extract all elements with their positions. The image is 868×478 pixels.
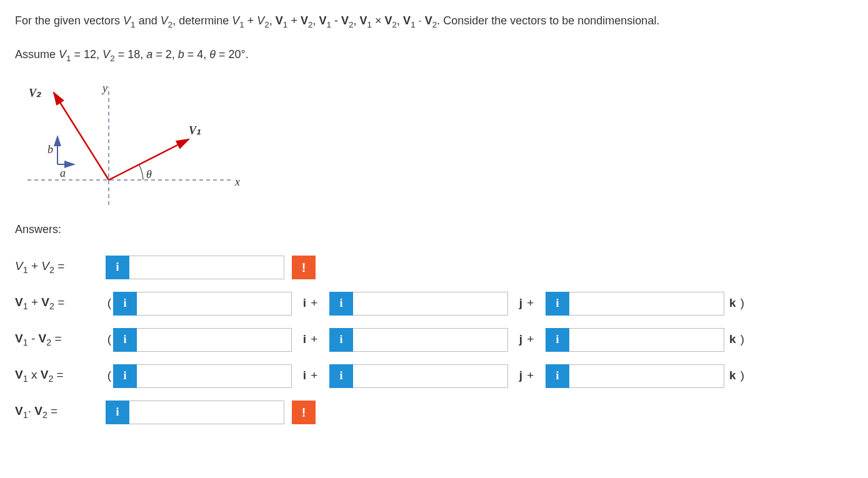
answer-input[interactable] (129, 401, 284, 424)
info-icon[interactable]: i (546, 364, 569, 388)
expr-cross-vec: V (360, 14, 367, 27)
info-icon[interactable]: i (329, 292, 353, 316)
j-plus-label: j + (508, 294, 546, 312)
expr-dot-vec: V (403, 14, 411, 27)
text-part: , determine (172, 14, 232, 27)
v1-label: V₁ (189, 122, 201, 139)
warning-icon[interactable]: ! (292, 401, 316, 424)
theta-label: θ (146, 166, 152, 183)
answer-input-k[interactable] (569, 364, 724, 388)
answer-input-j[interactable] (353, 328, 508, 352)
info-icon[interactable]: i (113, 364, 137, 388)
input-group: i (329, 364, 508, 388)
answer-input-j[interactable] (353, 292, 508, 316)
text-part: . Consider the vectors to be nondimensio… (437, 14, 659, 27)
b-label: b (47, 141, 53, 158)
input-group: i (106, 256, 284, 279)
period: . (246, 48, 249, 61)
answers-heading: Answers: (15, 221, 853, 238)
v2-symbol: V (161, 14, 168, 27)
vector-figure: y x V₁ V₂ θ b a (15, 80, 246, 211)
x-axis-label: x (235, 174, 240, 191)
row-label: V1 + V2 = (15, 294, 106, 313)
problem-statement: For the given vectors V1 and V2, determi… (15, 12, 853, 31)
answer-input[interactable] (129, 256, 284, 279)
answer-rows: V1 + V2 = i ! V1 + V2 = ( i i + i j + i … (15, 256, 853, 424)
assume-prefix: Assume (15, 48, 59, 61)
text-part: For the given vectors (15, 14, 123, 27)
row-label: V1· V2 = (15, 402, 106, 422)
i-plus-label: i + (292, 294, 329, 312)
j-plus-label: j + (508, 367, 546, 385)
info-icon[interactable]: i (546, 328, 569, 352)
v1-symbol: V (123, 14, 131, 27)
open-paren: ( (106, 331, 113, 349)
info-icon[interactable]: i (329, 364, 353, 388)
row-diff-vector: V1 - V2 = ( i i + i j + i k ) (15, 328, 853, 352)
row-cross-vector: V1 x V2 = ( i i + i j + i k ) (15, 364, 853, 388)
answer-input-i[interactable] (137, 292, 292, 316)
j-plus-label: j + (508, 331, 546, 349)
row-dot-scalar: V1· V2 = i ! (15, 401, 853, 424)
input-group: i (106, 401, 284, 424)
open-paren: ( (106, 367, 113, 385)
v1-sub: 1 (131, 20, 136, 29)
k-close-label: k ) (724, 331, 754, 349)
v2-label: V₂ (29, 85, 41, 102)
row-label: V1 + V2 = (15, 257, 106, 277)
assume-line: Assume V1 = 12, V2 = 18, a = 2, b = 4, θ… (15, 46, 853, 65)
input-group: i (329, 292, 508, 316)
expr-diff-vec: V (319, 14, 326, 27)
input-group: i (546, 292, 724, 316)
answer-input-j[interactable] (353, 364, 508, 388)
k-close-label: k ) (724, 294, 754, 312)
row-sum-vector: V1 + V2 = ( i i + i j + i k ) (15, 292, 853, 316)
i-plus-label: i + (292, 367, 329, 385)
answer-input-i[interactable] (137, 328, 292, 352)
input-group: i (113, 364, 292, 388)
info-icon[interactable]: i (113, 292, 137, 316)
y-axis-label: y (102, 80, 107, 97)
info-icon[interactable]: i (113, 328, 137, 352)
i-plus-label: i + (292, 331, 329, 349)
info-icon[interactable]: i (546, 292, 569, 316)
input-group: i (113, 328, 292, 352)
answer-input-k[interactable] (569, 328, 724, 352)
a-label: a (60, 165, 66, 182)
row-label: V1 - V2 = (15, 330, 106, 349)
open-paren: ( (106, 294, 113, 312)
row-sum-magnitude: V1 + V2 = i ! (15, 256, 853, 279)
input-group: i (546, 328, 724, 352)
input-group: i (546, 364, 724, 388)
info-icon[interactable]: i (106, 256, 129, 279)
input-group: i (113, 292, 292, 316)
input-group: i (329, 328, 508, 352)
expr-sum-mag: V (232, 14, 239, 27)
info-icon[interactable]: i (329, 328, 353, 352)
text-part: and (139, 14, 161, 27)
answer-input-i[interactable] (137, 364, 292, 388)
row-label: V1 x V2 = (15, 366, 106, 386)
expr-sum-vec: V (276, 14, 283, 27)
answer-input-k[interactable] (569, 292, 724, 316)
warning-icon[interactable]: ! (292, 256, 316, 279)
info-icon[interactable]: i (106, 401, 129, 424)
k-close-label: k ) (724, 367, 754, 385)
